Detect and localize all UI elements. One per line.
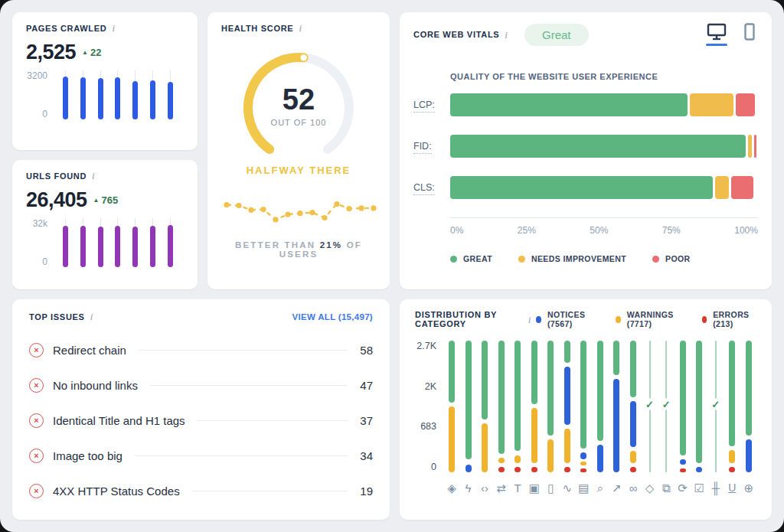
bar — [115, 77, 120, 119]
duplicates-icon[interactable]: ⧉ — [662, 482, 671, 494]
stacked-bar — [449, 341, 455, 472]
x-tick-label: 75% — [662, 225, 681, 236]
cwv-metric-label[interactable]: FID: — [413, 141, 432, 154]
error-circle-icon: × — [29, 449, 44, 463]
legend-label: NEEDS IMPROVEMENT — [531, 254, 626, 263]
issue-label: Identical Title and H1 tags — [53, 414, 185, 427]
localization-icon[interactable]: ⊕ — [744, 482, 754, 494]
bar-segment-g — [630, 341, 636, 397]
security-icon[interactable]: ◇ — [645, 482, 655, 494]
bar-segment-r — [564, 467, 570, 472]
search-icon[interactable]: ⌕ — [597, 482, 603, 494]
issue-count: 34 — [360, 449, 373, 462]
bar-segment-y — [729, 450, 735, 463]
mobile-toggle-button[interactable] — [744, 23, 755, 41]
legend-item: NEEDS IMPROVEMENT — [518, 254, 626, 263]
content-icon[interactable]: ▤ — [578, 482, 589, 494]
issue-row[interactable]: ×4XX HTTP Status Codes19 — [29, 473, 373, 508]
stacked-bar — [580, 341, 586, 472]
bar-segment-g — [746, 341, 752, 436]
view-all-link[interactable]: VIEW ALL (15,497) — [292, 312, 373, 321]
health-score-value: 52 — [234, 85, 364, 114]
info-icon[interactable]: i — [528, 315, 531, 325]
legend-dot — [518, 256, 525, 263]
issue-row[interactable]: ×Image too big34 — [29, 438, 373, 473]
loops-icon[interactable]: ⟳ — [678, 482, 688, 494]
bar — [98, 78, 103, 119]
urls-found-delta: ▲765 — [93, 194, 119, 206]
bar — [80, 77, 86, 119]
info-icon[interactable]: i — [505, 30, 508, 40]
y-tick-label: 2K — [425, 381, 436, 392]
info-icon[interactable]: i — [112, 23, 115, 33]
category-bar-column: ∞ — [627, 341, 639, 494]
bar-segment-g — [564, 341, 570, 363]
filters-icon[interactable]: ╫ — [711, 482, 720, 494]
stacked-bar — [564, 341, 570, 472]
bar-segment-y — [564, 429, 570, 463]
bar — [168, 225, 173, 267]
code-icon[interactable]: ‹› — [481, 482, 488, 494]
bar-segment-y — [630, 451, 636, 462]
titles-icon[interactable]: T — [514, 482, 521, 494]
error-circle-icon: × — [29, 343, 44, 357]
cwv-metric-label[interactable]: CLS: — [413, 182, 435, 195]
pages-crawled-chart: 3200 0 — [26, 70, 184, 119]
urls-found-title: URLS FOUND — [26, 171, 87, 181]
bar-segment-r — [729, 467, 735, 472]
error-circle-icon: × — [29, 413, 44, 428]
x-tick-label: 0% — [450, 225, 463, 236]
bar-segment-r — [680, 468, 686, 472]
pages-crawled-value: 2,525 — [26, 41, 76, 64]
bar-segment-b — [680, 459, 686, 465]
bar-segment-r — [531, 467, 537, 472]
cwv-metric-label[interactable]: LCP: — [413, 100, 435, 113]
category-bar-column: ✓⧉ — [660, 341, 672, 494]
bar-segment-b — [597, 445, 603, 472]
links-icon[interactable]: ∞ — [629, 482, 638, 494]
category-bar-column: ↗ — [610, 341, 622, 494]
bar-column — [115, 218, 120, 267]
bar-column — [115, 70, 120, 119]
issue-count: 37 — [360, 414, 373, 427]
external-link-icon[interactable]: ↗ — [612, 482, 622, 494]
bar-segment-g — [597, 341, 603, 441]
pages-crawled-delta: ▲22 — [82, 47, 101, 58]
performance-icon[interactable]: ∿ — [563, 482, 573, 494]
images-icon[interactable]: ▣ — [529, 482, 540, 494]
stacked-bar — [746, 341, 752, 472]
info-icon[interactable]: i — [299, 23, 302, 33]
issue-row[interactable]: ×Redirect chain58 — [29, 332, 373, 367]
bar — [168, 82, 173, 119]
category-bar-column: ✓╫ — [710, 341, 722, 494]
package-icon[interactable]: ◈ — [447, 482, 456, 494]
leader-line — [192, 491, 348, 491]
category-bar-column: T — [511, 341, 524, 494]
redirects-icon[interactable]: ⇄ — [496, 482, 506, 494]
bar-segment-g — [498, 341, 505, 454]
mobile-icon[interactable]: ▯ — [547, 482, 554, 494]
legend-item: POOR — [652, 254, 691, 263]
stacked-bar — [531, 341, 537, 472]
issue-row[interactable]: ×No inbound links47 — [29, 367, 373, 403]
urls-found-card: URLS FOUND i 26,405 ▲765 32k 0 — [12, 160, 198, 289]
core-web-vitals-card: CORE WEB VITALS i Great — [400, 12, 772, 289]
stacked-bar — [597, 341, 603, 472]
legend-item: ERRORS (213) — [702, 310, 756, 328]
underline-icon[interactable]: U — [728, 482, 736, 493]
category-bar-column: ⟳ — [677, 341, 689, 494]
info-icon[interactable]: i — [90, 312, 93, 321]
y-axis-min: 0 — [42, 256, 47, 267]
bar-segment-g — [580, 341, 586, 449]
cwv-bar — [450, 135, 758, 158]
bar-segment-g — [514, 341, 521, 451]
top-issues-title: TOP ISSUES — [29, 312, 85, 321]
speed-icon[interactable]: ϟ — [466, 482, 472, 494]
info-icon[interactable]: i — [92, 171, 95, 181]
category-bar-column: ϟ — [462, 341, 475, 494]
desktop-toggle-button[interactable] — [706, 23, 727, 46]
mobile-icon — [744, 23, 755, 41]
issue-label: 4XX HTTP Status Codes — [53, 485, 180, 498]
issue-row[interactable]: ×Identical Title and H1 tags37 — [29, 403, 373, 438]
tasks-icon[interactable]: ☑ — [694, 482, 704, 494]
